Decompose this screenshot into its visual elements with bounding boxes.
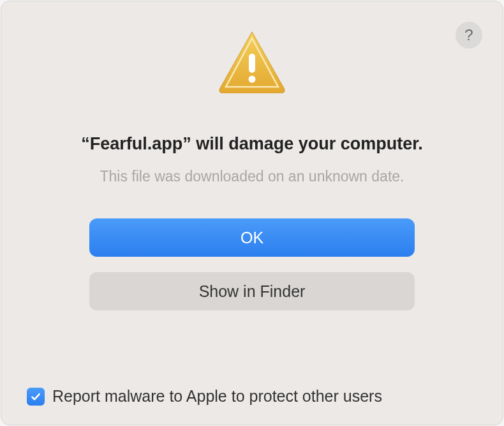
show-in-finder-label: Show in Finder [199, 282, 306, 301]
report-malware-checkbox[interactable] [27, 388, 45, 406]
report-malware-label: Report malware to Apple to protect other… [52, 387, 382, 406]
warning-triangle-icon [216, 29, 288, 96]
svg-point-1 [249, 76, 256, 83]
dialog-headline: “Fearful.app” will damage your computer. [81, 134, 423, 154]
checkmark-icon [30, 391, 41, 402]
gatekeeper-warning-dialog: ? “Fearful.app” will damage your compute… [1, 1, 503, 425]
ok-button-label: OK [241, 229, 263, 247]
svg-rect-0 [249, 54, 255, 73]
dialog-subtext: This file was downloaded on an unknown d… [100, 168, 404, 185]
ok-button[interactable]: OK [89, 218, 415, 257]
question-icon: ? [464, 26, 473, 44]
help-button[interactable]: ? [456, 22, 482, 49]
show-in-finder-button[interactable]: Show in Finder [89, 272, 415, 310]
report-malware-row: Report malware to Apple to protect other… [27, 387, 382, 406]
